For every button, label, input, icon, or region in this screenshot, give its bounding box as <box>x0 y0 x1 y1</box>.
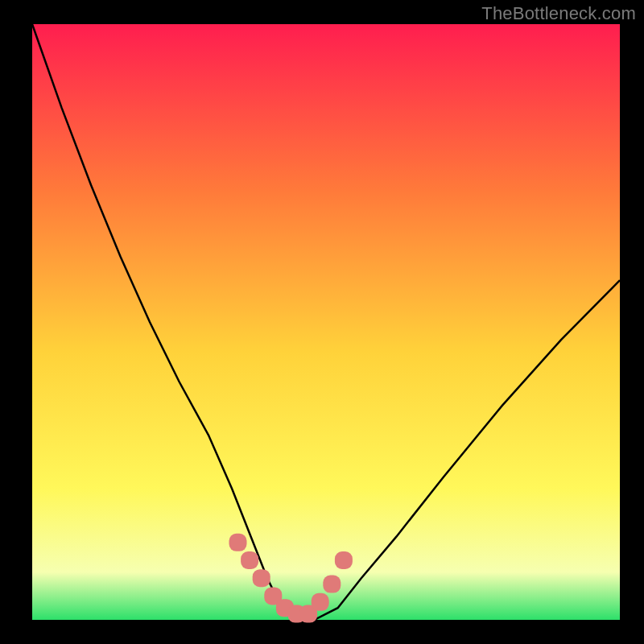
marker-point <box>241 551 258 569</box>
watermark-text: TheBottleneck.com <box>481 3 636 24</box>
marker-point <box>335 551 353 569</box>
marker-point <box>323 576 341 593</box>
plot-background <box>32 24 620 620</box>
marker-point <box>253 569 270 587</box>
chart-frame: TheBottleneck.com <box>0 0 644 644</box>
marker-point <box>312 593 329 611</box>
bottleneck-chart <box>0 0 644 644</box>
marker-point <box>229 534 247 551</box>
